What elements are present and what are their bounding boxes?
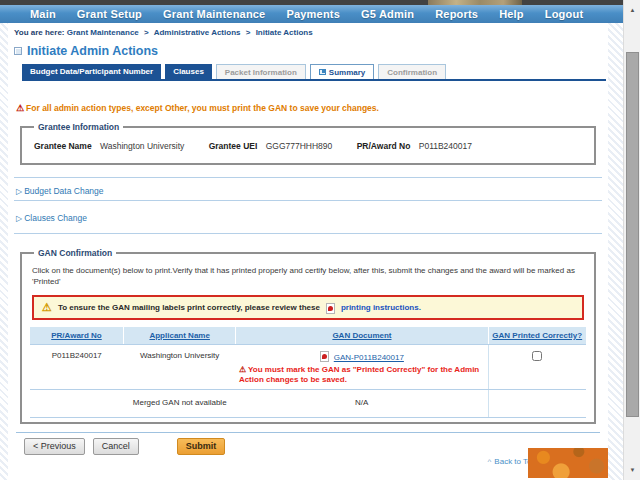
cell-gan-printed [488, 344, 586, 390]
tab-confirmation: Confirmation [378, 64, 446, 79]
header-pr-award-no-link[interactable]: PR/Award No [51, 331, 102, 340]
clauses-change-label: Clauses Change [24, 213, 87, 223]
page-title-icon [14, 47, 22, 55]
mark-printed-warning-text: You must mark the GAN as "Printed Correc… [239, 365, 479, 384]
grantee-info-row: Grantee Name Washington University Grant… [30, 138, 586, 155]
printing-instructions-link[interactable]: printing instructions. [341, 303, 421, 312]
mailing-notice-text: To ensure the GAN mailing labels print c… [58, 303, 320, 312]
nav-item-payments[interactable]: Payments [286, 8, 340, 20]
nav-item-g5-admin[interactable]: G5 Admin [361, 8, 414, 20]
header-gan-document: GAN Document [236, 327, 488, 345]
pr-award-no-label: PR/Award No [357, 141, 411, 151]
tab-summary[interactable]: Summary [310, 64, 374, 79]
warning-icon: ⚠ [42, 302, 52, 313]
breadcrumb-separator: > [246, 28, 251, 37]
vertical-scrollbar[interactable]: ▲ ▼ [623, 0, 640, 480]
nav-item-grant-maintenance[interactable]: Grant Maintenance [163, 8, 265, 20]
gan-documents-table: PR/Award No Applicant Name GAN Document … [30, 327, 586, 418]
pdf-icon [320, 351, 329, 362]
page-title-row: Initiate Admin Actions [14, 44, 608, 58]
scroll-up-arrow[interactable]: ▲ [624, 2, 640, 18]
print-gan-warning-text: For all admin action types, except Other… [26, 103, 379, 113]
grantee-information-fieldset: Grantee Information Grantee Name Washing… [20, 122, 596, 165]
nav-item-reports[interactable]: Reports [435, 8, 478, 20]
cell-gan-document: GAN-P011B240017 ⚠You must mark the GAN a… [236, 344, 488, 390]
breadcrumb-prefix: You are here: [14, 28, 65, 37]
cell-empty [488, 390, 586, 417]
scroll-down-arrow[interactable]: ▼ [624, 462, 640, 478]
cell-applicant-name: Washington University [123, 344, 235, 390]
breadcrumb-separator: > [144, 28, 149, 37]
budget-data-change-toggle[interactable]: ▷ Budget Data Change [16, 186, 608, 196]
tab-packet-information: Packet Information [216, 64, 306, 79]
header-pr-award-no: PR/Award No [30, 327, 123, 345]
clauses-change-toggle[interactable]: ▷ Clauses Change [16, 213, 608, 223]
tab-summary-label: Summary [329, 68, 365, 77]
nav-item-help[interactable]: Help [499, 8, 524, 20]
footer-artwork-image [528, 448, 608, 478]
breadcrumb-link-initiate-actions[interactable]: Initiate Actions [256, 28, 313, 37]
breadcrumb: You are here: Grant Maintenance > Admini… [8, 23, 608, 37]
cell-empty [30, 390, 123, 417]
tab-budget-data-participant-number[interactable]: Budget Data/Participant Number [22, 64, 161, 79]
application-window: Main Grant Setup Grant Maintenance Payme… [0, 0, 640, 480]
budget-data-change-label: Budget Data Change [24, 186, 103, 196]
current-tab-marker-icon [319, 69, 326, 75]
cell-pr-award-no: P011B240017 [30, 344, 123, 390]
table-row-gan: P011B240017 Washington University GAN-P0… [30, 344, 586, 390]
divider [16, 432, 600, 433]
page-title: Initiate Admin Actions [27, 44, 158, 58]
table-header-row: PR/Award No Applicant Name GAN Document … [30, 327, 586, 345]
pr-award-no-value: P011B240017 [419, 141, 472, 151]
grantee-uei-value: GGG777HHH890 [266, 141, 333, 151]
nav-item-logout[interactable]: Logout [545, 8, 583, 20]
divider [14, 200, 602, 201]
main-nav-bar: Main Grant Setup Grant Maintenance Payme… [0, 5, 623, 23]
footer-artwork [528, 448, 608, 478]
header-gan-document-link[interactable]: GAN Document [332, 331, 391, 340]
pdf-icon [326, 303, 335, 314]
cancel-button[interactable]: Cancel [93, 438, 139, 455]
scrollbar-thumb[interactable] [626, 52, 639, 417]
nav-item-grant-setup[interactable]: Grant Setup [77, 8, 142, 20]
submit-button[interactable]: Submit [177, 438, 226, 455]
tab-bar: Budget Data/Participant Number Clauses P… [22, 64, 606, 81]
grantee-name-value: Washington University [100, 141, 184, 151]
previous-button[interactable]: < Previous [24, 438, 85, 455]
action-buttons: < Previous Cancel Submit [24, 438, 608, 455]
mark-printed-warning: ⚠You must mark the GAN as "Printed Corre… [239, 365, 485, 386]
header-applicant-name-link[interactable]: Applicant Name [149, 331, 209, 340]
cell-merged-gan-document: N/A [236, 390, 488, 417]
print-gan-warning: ⚠ For all admin action types, except Oth… [16, 103, 608, 113]
nav-item-main[interactable]: Main [30, 8, 56, 20]
gan-document-link[interactable]: GAN-P011B240017 [334, 353, 404, 362]
divider [14, 233, 602, 234]
cell-merged-gan-status: Merged GAN not available [123, 390, 235, 417]
header-gan-printed-correctly: GAN Printed Correctly? [488, 327, 586, 345]
caret-up-icon: ^ [488, 457, 492, 466]
table-row-merged-gan: Merged GAN not available N/A [30, 390, 586, 417]
grantee-uei-label: Grantee UEI [209, 141, 258, 151]
breadcrumb-link-administrative-actions[interactable]: Administrative Actions [154, 28, 241, 37]
header-applicant-name: Applicant Name [123, 327, 235, 345]
breadcrumb-link-grant-maintenance[interactable]: Grant Maintenance [67, 28, 139, 37]
warning-icon: ⚠ [239, 365, 246, 374]
grantee-information-legend: Grantee Information [34, 122, 123, 132]
mailing-labels-notice: ⚠ To ensure the GAN mailing labels print… [32, 295, 584, 320]
divider [14, 177, 602, 178]
header-gan-printed-correctly-link[interactable]: GAN Printed Correctly? [492, 331, 582, 340]
gan-confirmation-legend: GAN Confirmation [34, 248, 116, 258]
collapsed-triangle-icon: ▷ [16, 214, 22, 223]
grantee-name-label: Grantee Name [34, 141, 92, 151]
content-panel: You are here: Grant Maintenance > Admini… [8, 23, 608, 480]
warning-icon: ⚠ [16, 104, 24, 113]
tab-clauses[interactable]: Clauses [165, 64, 212, 79]
gan-printed-checkbox[interactable] [532, 351, 542, 361]
collapsed-triangle-icon: ▷ [16, 187, 22, 196]
gan-confirmation-fieldset: GAN Confirmation Click on the document(s… [20, 248, 596, 424]
gan-description: Click on the document(s) below to print.… [30, 264, 586, 288]
